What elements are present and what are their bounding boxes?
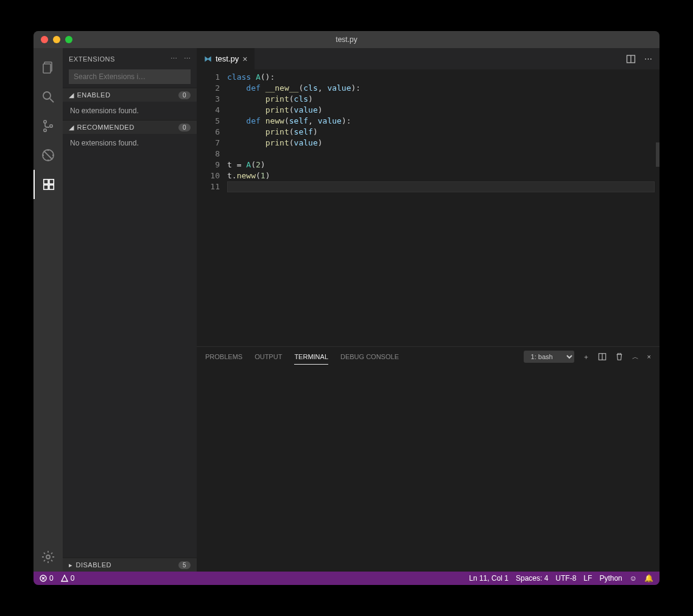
sidebar-header: Extensions ⋯ ⋯ — [63, 48, 197, 69]
debug-icon[interactable] — [33, 141, 63, 170]
code-content[interactable]: class A(): def __new__(cls, value): prin… — [227, 69, 655, 346]
terminal-body[interactable] — [197, 366, 660, 572]
svg-point-2 — [43, 92, 51, 99]
terminal-selector[interactable]: 1: bash — [524, 351, 574, 363]
status-spaces[interactable]: Spaces: 4 — [516, 574, 548, 583]
window-controls — [33, 36, 72, 43]
enabled-count-badge: 0 — [178, 91, 191, 99]
svg-point-5 — [44, 129, 46, 131]
tab-terminal[interactable]: Terminal — [294, 349, 328, 365]
svg-rect-10 — [44, 185, 48, 189]
svg-point-6 — [50, 125, 52, 127]
enabled-empty: No extensions found. — [63, 102, 197, 120]
tab-test-py[interactable]: ⧓ test.py × — [197, 48, 255, 69]
svg-rect-8 — [44, 180, 48, 184]
maximize-panel-icon[interactable]: ︿ — [632, 352, 639, 362]
enabled-header[interactable]: ◢Enabled 0 — [63, 88, 197, 102]
status-lang[interactable]: Python — [599, 574, 622, 583]
editor-area: ⧓ test.py × ⋯ 1234567891011 class A(): d… — [197, 48, 660, 572]
status-bar: 0 0 Ln 11, Col 1 Spaces: 4 UTF-8 LF Pyth… — [33, 572, 660, 585]
recommended-header[interactable]: ◢Recommended 0 — [63, 121, 197, 134]
new-terminal-icon[interactable]: ＋ — [583, 352, 589, 362]
svg-rect-11 — [49, 185, 54, 189]
svg-rect-9 — [49, 180, 54, 184]
tab-output[interactable]: Output — [255, 349, 282, 365]
disabled-header[interactable]: ▸Disabled 5 — [63, 558, 197, 572]
svg-rect-1 — [43, 64, 51, 73]
status-warnings[interactable]: 0 — [61, 574, 75, 583]
tab-problems[interactable]: Problems — [205, 349, 242, 365]
minimize-window-button[interactable] — [53, 36, 60, 43]
kill-terminal-icon[interactable] — [615, 352, 624, 361]
line-number-gutter: 1234567891011 — [197, 69, 227, 346]
svg-point-4 — [44, 121, 46, 123]
status-eol[interactable]: LF — [583, 574, 592, 583]
recommended-section: ◢Recommended 0 No extensions found. — [63, 120, 197, 558]
chevron-down-icon: ◢ — [69, 91, 74, 99]
current-line-highlight — [227, 181, 655, 192]
feedback-icon[interactable]: ☺ — [630, 574, 637, 583]
window-title: test.py — [33, 35, 660, 44]
maximize-window-button[interactable] — [65, 36, 72, 43]
svg-line-3 — [50, 99, 54, 102]
notifications-bell-icon[interactable]: 🔔 — [644, 574, 653, 583]
split-editor-icon[interactable] — [626, 54, 636, 64]
tab-debug-console[interactable]: Debug Console — [340, 349, 399, 365]
tab-label: test.py — [216, 54, 239, 63]
settings-gear-icon[interactable] — [33, 542, 63, 572]
status-encoding[interactable]: UTF-8 — [555, 574, 576, 583]
sidebar-title: Extensions — [69, 55, 115, 63]
code-editor[interactable]: 1234567891011 class A(): def __new__(cls… — [197, 69, 660, 346]
extensions-search — [69, 69, 191, 84]
scm-icon[interactable] — [33, 111, 63, 141]
activity-bar — [33, 48, 63, 572]
minimap[interactable] — [655, 69, 660, 346]
status-errors[interactable]: 0 — [40, 574, 54, 583]
extensions-icon[interactable] — [33, 170, 63, 199]
bottom-panel: Problems Output Terminal Debug Console 1… — [197, 346, 660, 572]
close-window-button[interactable] — [41, 36, 48, 43]
close-panel-icon[interactable]: × — [647, 353, 651, 360]
recommended-count-badge: 0 — [178, 124, 191, 131]
status-lncol[interactable]: Ln 11, Col 1 — [469, 574, 508, 583]
close-tab-icon[interactable]: × — [242, 54, 247, 64]
search-input[interactable] — [69, 69, 191, 84]
clear-filter-icon[interactable]: ⋯ — [171, 55, 178, 63]
enabled-section: ◢Enabled 0 No extensions found. — [63, 88, 197, 120]
sidebar: Extensions ⋯ ⋯ ◢Enabled 0 No extensions … — [63, 48, 197, 572]
editor-more-icon[interactable]: ⋯ — [644, 54, 652, 64]
search-icon[interactable] — [33, 82, 63, 111]
vscode-window: test.py Extensions ⋯ ⋯ — [33, 31, 660, 585]
titlebar: test.py — [33, 31, 660, 48]
more-actions-icon[interactable]: ⋯ — [184, 55, 191, 63]
disabled-count-badge: 5 — [178, 561, 191, 569]
tab-bar: ⧓ test.py × ⋯ — [197, 48, 660, 69]
explorer-icon[interactable] — [33, 53, 63, 82]
svg-point-12 — [46, 555, 50, 559]
recommended-empty: No extensions found. — [63, 134, 197, 558]
python-file-icon: ⧓ — [204, 54, 212, 63]
split-terminal-icon[interactable] — [598, 352, 607, 361]
disabled-section: ▸Disabled 5 — [63, 558, 197, 572]
chevron-down-icon: ◢ — [69, 124, 74, 131]
chevron-right-icon: ▸ — [69, 561, 73, 569]
